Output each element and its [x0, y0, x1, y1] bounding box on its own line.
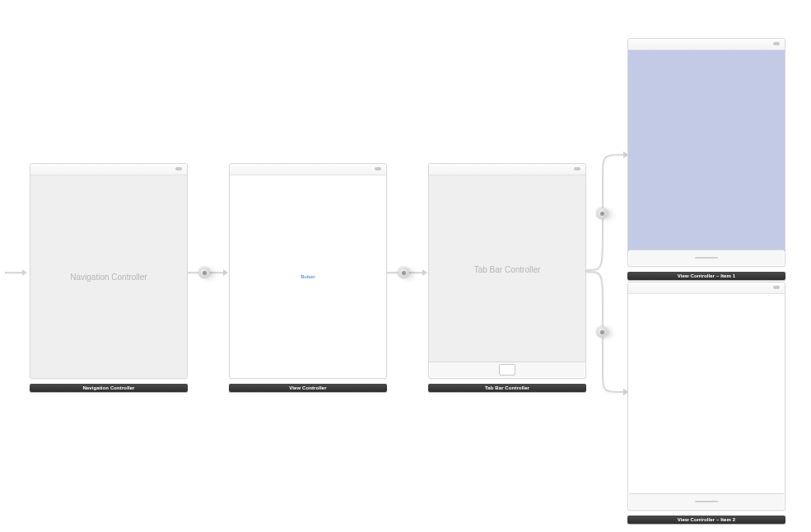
scene-floor-label: View Controller: [229, 384, 387, 392]
scene-tabbar-controller[interactable]: Tab Bar Controller Tab Bar Controller: [428, 163, 586, 379]
scene-floor-label: View Controller – Item 1: [627, 272, 785, 280]
placeholder-label: Navigation Controller: [30, 175, 187, 378]
entry-point-arrow[interactable]: [5, 272, 23, 273]
scene-content: [628, 50, 785, 251]
scene-floor-label: View Controller – Item 2: [627, 516, 785, 524]
close-icon: [773, 42, 780, 45]
scene-titlebar: [628, 282, 785, 294]
close-icon: [375, 167, 381, 170]
close-icon: [574, 167, 580, 170]
scene-navigation-controller[interactable]: Navigation Controller Navigation Control…: [30, 163, 188, 379]
scene-titlebar: [230, 164, 386, 175]
scene-floor-label: Tab Bar Controller: [428, 384, 586, 392]
segue-badge[interactable]: [198, 267, 210, 278]
scene-item-2[interactable]: View Controller – Item 2: [627, 282, 785, 511]
scene-content: [628, 294, 785, 495]
scene-titlebar: [30, 164, 187, 175]
button[interactable]: Button: [230, 175, 386, 378]
scene-content: Navigation Controller: [30, 175, 187, 378]
scene-content: Button: [230, 175, 386, 378]
placeholder-label: Tab Bar Controller: [429, 175, 585, 363]
close-icon: [175, 167, 182, 170]
home-indicator-icon: [695, 501, 718, 502]
segue-badge[interactable]: [596, 208, 608, 219]
segue-curve[interactable]: [586, 270, 627, 402]
home-indicator-icon: [695, 257, 718, 259]
scene-titlebar: [429, 164, 585, 175]
segue-badge[interactable]: [398, 267, 409, 278]
scene-floor-label: Navigation Controller: [30, 384, 188, 392]
scene-titlebar: [628, 39, 785, 50]
close-icon: [773, 286, 780, 289]
storyboard-canvas[interactable]: Navigation Controller Navigation Control…: [0, 0, 811, 532]
tab-bar: [430, 362, 585, 377]
tab-bar: [629, 493, 784, 509]
tab-item-icon: [499, 364, 515, 376]
scene-view-controller[interactable]: Button View Controller: [229, 163, 387, 379]
tab-bar: [629, 250, 784, 265]
scene-content: Tab Bar Controller: [429, 175, 585, 363]
segue-badge[interactable]: [596, 326, 608, 338]
scene-item-1[interactable]: View Controller – Item 1: [627, 38, 785, 267]
